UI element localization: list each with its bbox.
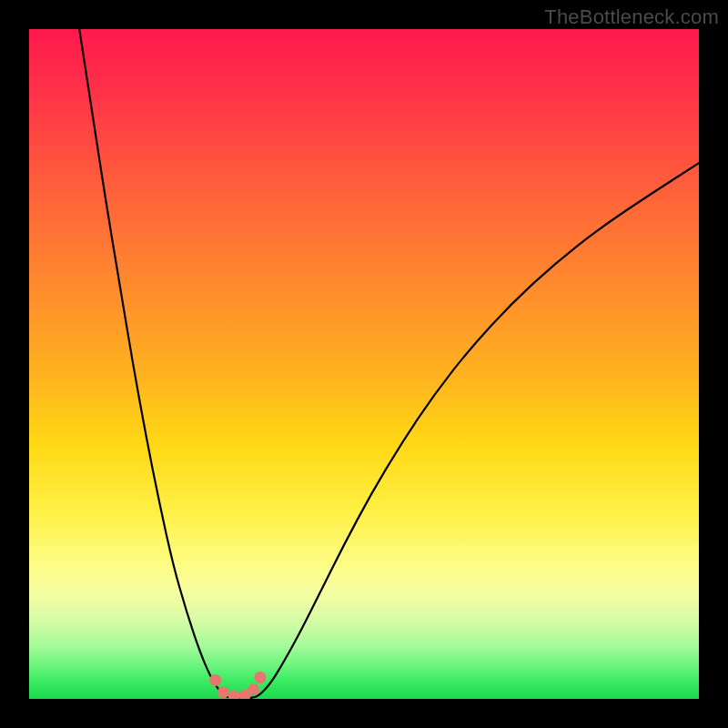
curve-layer: [29, 29, 699, 699]
trough-marker: [228, 691, 240, 699]
chart-frame: TheBottleneck.com: [0, 0, 728, 728]
trough-marker: [209, 674, 221, 686]
bottleneck-curve: [79, 29, 699, 699]
watermark-text: TheBottleneck.com: [544, 5, 719, 29]
trough-marker: [217, 686, 229, 698]
plot-area: [29, 29, 699, 699]
trough-marker: [254, 672, 266, 683]
trough-marker: [248, 683, 259, 695]
